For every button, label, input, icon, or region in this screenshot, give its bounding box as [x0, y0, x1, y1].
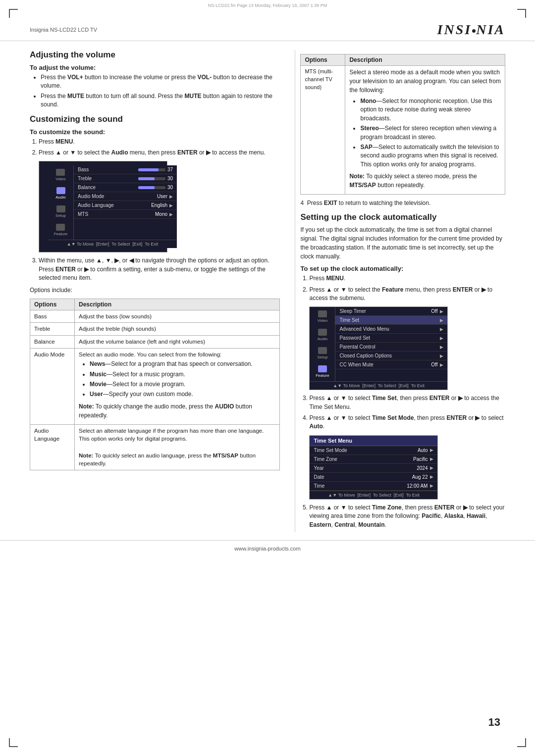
left-column: Adjusting the volume To adjust the volum…	[30, 50, 280, 532]
vol-bullets: Press the VOL+ button to increase the vo…	[30, 73, 280, 109]
model-label: Insignia NS-LCD22 LCD TV	[30, 27, 97, 33]
fms-video: Video	[318, 309, 327, 324]
audio-menu-screenshot: Video Audio Setup	[39, 161, 167, 252]
sidebar-audio: Audio	[55, 186, 65, 201]
insignia-logo: INSINIA	[437, 22, 505, 38]
menu-row-balance: Balance 30	[74, 183, 177, 192]
clock-subtitle: To set up the clock automatically:	[300, 265, 505, 272]
top-header: Insignia NS-LCD22 LCD TV INSINIA	[0, 8, 535, 41]
clock-steps: Press MENU. Press ▲ or ▼ to select the F…	[300, 274, 505, 302]
clock-intro: If you set up the clock automatically, t…	[300, 225, 505, 261]
menu-row-bass: Bass 37	[74, 165, 177, 174]
corner-mark-tr	[517, 9, 526, 18]
ts-row-zone: Time Zone Pacific ▶	[310, 455, 437, 464]
menu-row-mts: MTS Mono ▶	[74, 210, 177, 219]
feature-menu-footer: ▲▼ To Move [Enter] To Select [Exit] To E…	[310, 381, 447, 390]
audio-icon	[56, 187, 65, 194]
fms-setup: Setup	[318, 346, 328, 361]
ts-row-year: Year 2024 ▶	[310, 464, 437, 473]
timeset-footer: ▲▼ To Move [Enter] To Select [Exit] To E…	[310, 491, 437, 499]
vol-bullet-1: Press the VOL+ button to increase the vo…	[41, 73, 280, 91]
menu-row-audiomode: Audio Mode User ▶	[74, 192, 177, 201]
sidebar-video: Video	[55, 167, 65, 183]
feature-icon	[56, 224, 65, 231]
col-description-r: Description	[345, 54, 505, 66]
row-audiolang: Audio Language Select an alternate langu…	[30, 424, 280, 470]
fms-audio-icon	[318, 329, 327, 336]
step4-text: 4 Press EXIT to return to watching the t…	[300, 199, 505, 207]
adjust-vol-subtitle: To adjust the volume:	[30, 64, 280, 71]
clock-steps-3-5: Press ▲ or ▼ to select Time Set, then pr…	[300, 394, 505, 431]
menu-row-treble: Treble 30	[74, 174, 177, 183]
row-balance: Balance Adjust the volume balance (left …	[30, 335, 280, 348]
customize-steps: Press MENU. Press ▲ or ▼ to select the A…	[30, 138, 280, 157]
sidebar-setup: Setup	[55, 204, 66, 219]
step5: Press ▲ or ▼ to select Time Zone, then p…	[309, 504, 505, 529]
clock-step2: Press ▲ or ▼ to select the Feature menu,…	[309, 286, 505, 303]
fms-audio: Audio	[318, 327, 327, 343]
right-column: Options Description MTS (multi-channel T…	[295, 50, 505, 532]
fms-feature: Feature	[316, 364, 329, 379]
fms-feature-icon	[318, 365, 327, 372]
clock-step1: Press MENU.	[309, 274, 505, 283]
steps-3-4: Within the menu, use ▲, ▼, ▶, or ◀ to na…	[30, 256, 280, 282]
options-table-right: Options Description MTS (multi-channel T…	[300, 54, 505, 195]
clock-step4: Press ▲ or ▼ to select Time Set Mode, th…	[309, 414, 505, 431]
menu-main: Bass 37 Treble 30	[74, 165, 177, 240]
col-options-r: Options	[301, 54, 345, 66]
ts-row-time: Time 12:00 AM ▶	[310, 482, 437, 491]
page-number: 13	[488, 716, 500, 729]
ts-row-date: Date Aug 22 ▶	[310, 473, 437, 482]
page-footer: www.insignia-products.com	[0, 540, 535, 556]
fm-row-timeset: Time Set ▶	[335, 316, 447, 325]
sidebar-feature: Feature	[54, 222, 68, 238]
fm-row-sleep: Sleep Timer Off ▶	[335, 307, 447, 316]
menu-sidebar: Video Audio Setup	[48, 165, 74, 240]
corner-mark-bl	[9, 738, 18, 747]
step1: Press MENU.	[39, 138, 280, 146]
section2-title: Customizing the sound	[30, 114, 280, 124]
feature-menu-main: Sleep Timer Off ▶ Time Set ▶ Advanced Vi…	[335, 307, 447, 381]
fms-setup-icon	[318, 347, 327, 354]
section3-title: Setting up the clock automatically	[300, 212, 505, 222]
section1-title: Adjusting the volume	[30, 50, 280, 60]
row-audiomode: Audio Mode Select an audio mode. You can…	[30, 348, 280, 424]
corner-mark-br	[517, 738, 526, 747]
row-mts: MTS (multi-channel TV sound) Select a st…	[301, 66, 505, 195]
fm-row-password: Password Set ▶	[335, 334, 447, 343]
fm-row-advvideo: Advanced Video Menu ▶	[335, 325, 447, 334]
timeset-menu-screenshot: Time Set Menu Time Set Mode Auto ▶ Time …	[309, 435, 438, 500]
menu-footer: ▲▼ To Move [Enter] To Select [Exit] To E…	[48, 240, 177, 248]
vol-bullet-2: Press the MUTE button to turn off all so…	[41, 92, 280, 109]
customize-subtitle: To customize the sound:	[30, 128, 280, 136]
video-icon	[56, 169, 65, 176]
fm-row-caption: Closed Caption Options ▶	[335, 352, 447, 360]
fm-row-ccmute: CC When Mute Off ▶	[335, 360, 447, 369]
menu-row-audiolang: Audio Language English ▶	[74, 201, 177, 210]
step3: Within the menu, use ▲, ▼, ▶, or ◀ to na…	[39, 256, 280, 282]
ts-row-mode: Time Set Mode Auto ▶	[310, 446, 437, 455]
clock-step5: Press ▲ or ▼ to select Time Zone, then p…	[300, 504, 505, 529]
footer-url: www.insignia-products.com	[234, 546, 300, 552]
corner-mark-tl	[9, 9, 18, 18]
fm-row-parental: Parental Control ▶	[335, 343, 447, 352]
col-options: Options	[30, 299, 75, 310]
timeset-title: Time Set Menu	[310, 436, 437, 446]
options-table-left: Options Description Bass Adjust the bass…	[30, 299, 280, 471]
options-include-label: Options include:	[30, 286, 280, 295]
feature-menu-sidebar: Video Audio Setup Feature	[310, 307, 335, 381]
row-bass: Bass Adjust the bass (low sounds)	[30, 310, 280, 323]
file-info: NS-LCD22.fm Page 13 Monday, February 19,…	[0, 0, 535, 8]
step2: Press ▲ or ▼ to select the Audio menu, t…	[39, 149, 280, 157]
clock-step3: Press ▲ or ▼ to select Time Set, then pr…	[309, 394, 505, 411]
feature-menu-screenshot: Video Audio Setup Feature	[309, 306, 448, 390]
page: NS-LCD22.fm Page 13 Monday, February 19,…	[0, 0, 535, 756]
col-description: Description	[75, 299, 280, 310]
fms-video-icon	[318, 310, 327, 317]
setup-icon	[56, 205, 65, 212]
row-treble: Treble Adjust the treble (high sounds)	[30, 323, 280, 336]
main-content: Adjusting the volume To adjust the volum…	[0, 41, 535, 532]
